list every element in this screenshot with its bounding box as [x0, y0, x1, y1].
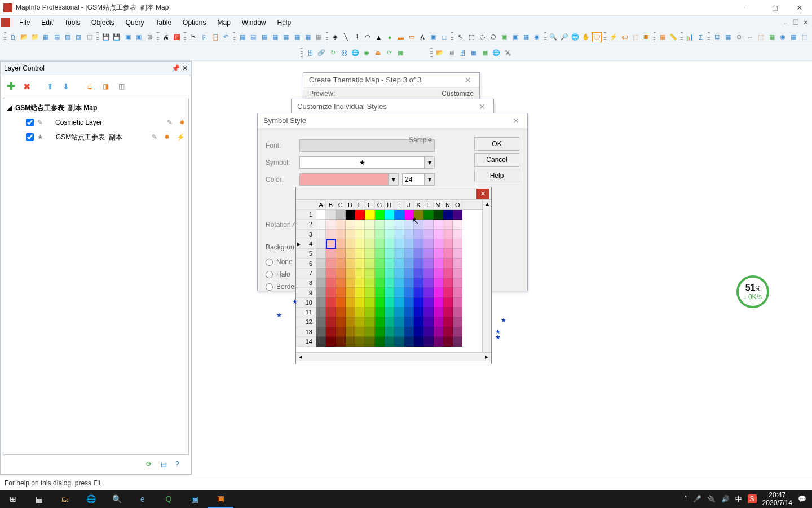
color-cell[interactable]	[385, 220, 394, 229]
color-cell[interactable]	[346, 298, 355, 308]
color-cell[interactable]	[453, 278, 462, 288]
color-cell[interactable]	[453, 327, 462, 337]
color-cell[interactable]	[316, 210, 326, 220]
menu-objects[interactable]: Objects	[86, 17, 120, 28]
remove-layer-button[interactable]: ✖	[20, 80, 33, 93]
color-cell[interactable]	[394, 269, 404, 278]
move-down-button[interactable]: ⬇	[59, 80, 73, 93]
mapinfo-taskbar-icon[interactable]: ▣	[208, 490, 233, 508]
unselect-icon[interactable]: ▣	[510, 32, 520, 42]
color-dropdown[interactable]	[299, 173, 389, 186]
power-icon[interactable]: 🔌	[707, 495, 716, 503]
open-wms-icon[interactable]: 📂	[435, 48, 445, 58]
color-cell[interactable]	[365, 230, 374, 239]
color-cell[interactable]	[434, 239, 443, 249]
layer-tree[interactable]: ◢ GSM站点工参表_副本 Map ✎ Cosmetic Layer ✎ ✸ ★…	[3, 98, 189, 455]
save-ws-icon[interactable]: 💾	[112, 32, 122, 42]
color-cell[interactable]	[365, 269, 374, 278]
zoom-in-icon[interactable]: 🔍	[549, 32, 558, 42]
color-cell[interactable]	[443, 249, 453, 259]
mdi-close-button[interactable]: ✕	[801, 19, 811, 27]
arc-icon[interactable]: ◠	[363, 32, 373, 42]
color-cell[interactable]	[423, 220, 433, 229]
color-cell[interactable]	[423, 278, 433, 288]
toolbar-grip[interactable]	[326, 32, 328, 42]
map-point-star[interactable]: ★	[501, 317, 506, 324]
toolbar-grip[interactable]	[430, 48, 433, 58]
color-cell[interactable]	[355, 317, 365, 327]
color-cell[interactable]	[346, 249, 355, 259]
map-point-star[interactable]: ★	[292, 298, 298, 305]
clip-icon[interactable]: ⬚	[756, 32, 766, 42]
layer-visible-checkbox[interactable]	[26, 133, 34, 141]
layer-visible-checkbox[interactable]	[26, 119, 34, 126]
color-cell[interactable]	[394, 259, 404, 268]
color-cell[interactable]	[365, 327, 374, 337]
color-cell[interactable]	[375, 288, 385, 297]
boundary-select-icon[interactable]: ▣	[500, 32, 509, 42]
color-cell[interactable]	[423, 317, 433, 327]
color-cell[interactable]	[375, 298, 385, 308]
color-cell[interactable]	[385, 317, 394, 327]
color-cell[interactable]	[453, 259, 462, 268]
new-browser-icon[interactable]: ▤	[52, 32, 61, 42]
toolbar-grip[interactable]	[301, 48, 303, 58]
color-cell[interactable]	[414, 210, 423, 220]
dbms-conn-icon[interactable]: 🔗	[316, 48, 326, 58]
color-cell[interactable]	[326, 230, 336, 239]
ie-icon[interactable]: e	[130, 490, 156, 508]
color-cell[interactable]	[326, 337, 336, 347]
color-cell[interactable]	[385, 288, 394, 297]
color-cell[interactable]	[326, 210, 336, 220]
color-cell[interactable]	[375, 259, 385, 268]
dist-icon[interactable]: ↔	[745, 32, 754, 42]
color-cell[interactable]	[365, 288, 374, 297]
color-cell[interactable]	[404, 239, 414, 249]
color-cell[interactable]	[336, 278, 346, 288]
color-cell[interactable]	[355, 269, 365, 278]
color-cell[interactable]	[346, 230, 355, 239]
color-cell[interactable]	[375, 269, 385, 278]
app4-icon[interactable]: ▣	[182, 490, 208, 508]
tile-vert-icon[interactable]: ▦	[314, 32, 324, 42]
color-cell[interactable]	[336, 269, 346, 278]
color-cell[interactable]	[423, 259, 433, 268]
toolbar-grip[interactable]	[157, 32, 159, 42]
new-layout2-icon[interactable]: ▦	[292, 32, 302, 42]
color-cell[interactable]	[443, 210, 453, 220]
color-cell[interactable]	[443, 308, 453, 317]
color-cell[interactable]	[414, 288, 423, 297]
color-cell[interactable]	[326, 239, 336, 249]
line-icon[interactable]: ╲	[341, 32, 351, 42]
info-tool-icon[interactable]: ⓘ	[592, 32, 602, 42]
color-cell[interactable]	[336, 259, 346, 268]
color-cell[interactable]	[346, 308, 355, 317]
color-cell[interactable]	[434, 278, 443, 288]
print-pdf-icon[interactable]: 🅿	[172, 32, 182, 42]
view-entire-icon[interactable]: ⬚	[800, 32, 809, 42]
color-cell[interactable]	[434, 327, 443, 337]
color-cell[interactable]	[355, 239, 365, 249]
color-cell[interactable]	[404, 288, 414, 297]
ok-button[interactable]: OK	[474, 137, 519, 151]
move-up-button[interactable]: ⬆	[43, 80, 57, 93]
color-cell[interactable]	[385, 249, 394, 259]
file-explorer-icon[interactable]: 🗂	[52, 490, 78, 508]
color-cell[interactable]	[404, 249, 414, 259]
redistrict-icon[interactable]: ◫	[85, 32, 94, 42]
color-cell[interactable]	[453, 230, 462, 239]
layer-label-btn-icon[interactable]: ✸	[179, 119, 185, 126]
color-cell[interactable]	[385, 230, 394, 239]
color-cell[interactable]	[316, 308, 326, 317]
color-cell[interactable]	[346, 327, 355, 337]
layer-vis-icon[interactable]: ◨	[99, 80, 112, 93]
color-cell[interactable]	[404, 337, 414, 347]
layer-label-icon[interactable]: ◫	[114, 80, 128, 93]
color-cell[interactable]	[365, 259, 374, 268]
grabber-icon[interactable]: ✋	[581, 32, 591, 42]
make-mapable-icon[interactable]: 🌐	[350, 48, 360, 58]
rect-icon[interactable]: ▬	[396, 32, 405, 42]
color-cell[interactable]	[443, 220, 453, 229]
color-cell[interactable]	[336, 298, 346, 308]
color-cell[interactable]	[365, 249, 374, 259]
